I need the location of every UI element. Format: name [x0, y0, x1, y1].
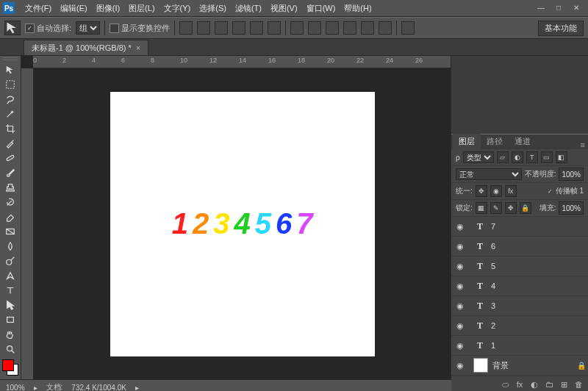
- document-canvas[interactable]: 1234567: [110, 92, 375, 356]
- align-icon[interactable]: [232, 21, 245, 35]
- hand-tool[interactable]: [2, 327, 18, 341]
- menu-filter[interactable]: 滤镜(T): [231, 1, 266, 15]
- canvas-text-1[interactable]: 1: [172, 207, 188, 240]
- horizontal-ruler[interactable]: 02468101214161820222426: [33, 56, 451, 68]
- zoom-level[interactable]: 100%: [6, 384, 25, 392]
- panel-tab-channels[interactable]: 通道: [509, 134, 537, 149]
- window-minimize-button[interactable]: —: [534, 3, 548, 13]
- layer-lock-icon[interactable]: 🔒: [575, 362, 588, 370]
- layer-name[interactable]: 背景: [492, 360, 575, 371]
- unify-visibility-icon[interactable]: ◉: [490, 185, 502, 197]
- menu-image[interactable]: 图像(I): [92, 1, 124, 15]
- canvas-text-4[interactable]: 4: [234, 207, 250, 240]
- lock-position-icon[interactable]: ✥: [505, 202, 517, 214]
- status-arrow-icon[interactable]: ▸: [34, 384, 37, 392]
- panel-tab-layers[interactable]: 图层: [453, 134, 481, 149]
- layer-name[interactable]: 1: [491, 341, 575, 350]
- path-selection-tool[interactable]: [2, 298, 18, 312]
- distribute-icon[interactable]: [343, 21, 356, 35]
- filter-pixel-icon[interactable]: ▱: [497, 151, 509, 163]
- clone-stamp-tool[interactable]: [2, 180, 18, 194]
- layer-name[interactable]: 6: [491, 242, 575, 251]
- canvas-text-6[interactable]: 6: [276, 207, 292, 240]
- workspace-button[interactable]: 基本功能: [538, 21, 584, 36]
- opacity-field[interactable]: 100%: [559, 168, 584, 181]
- new-layer-icon[interactable]: ⊞: [559, 379, 569, 390]
- layer-fx-icon[interactable]: fx: [514, 379, 525, 390]
- vertical-ruler[interactable]: [21, 68, 34, 379]
- canvas-text-7[interactable]: 7: [296, 207, 312, 240]
- lock-transparency-icon[interactable]: ▦: [476, 202, 487, 214]
- new-group-icon[interactable]: 🗀: [544, 379, 554, 390]
- visibility-toggle-icon[interactable]: ◉: [451, 341, 469, 351]
- tab-close-icon[interactable]: ×: [136, 44, 140, 52]
- color-swatches[interactable]: [2, 359, 18, 376]
- blend-mode-dropdown[interactable]: 正常: [456, 168, 522, 180]
- lock-all-icon[interactable]: 🔒: [520, 202, 531, 214]
- filter-type-icon[interactable]: T: [526, 151, 538, 163]
- propagate-checkbox[interactable]: ✓: [548, 188, 553, 195]
- filter-shape-icon[interactable]: ▭: [541, 151, 553, 163]
- shape-tool[interactable]: [2, 312, 18, 326]
- canvas-text-5[interactable]: 5: [255, 207, 271, 240]
- visibility-toggle-icon[interactable]: ◉: [451, 222, 469, 232]
- layer-filter-kind-dropdown[interactable]: 类型: [463, 151, 494, 163]
- layer-name[interactable]: 5: [491, 262, 575, 270]
- marquee-tool[interactable]: [2, 77, 18, 91]
- window-maximize-button[interactable]: □: [551, 3, 566, 13]
- canvas-text-3[interactable]: 3: [213, 207, 229, 240]
- visibility-toggle-icon[interactable]: ◉: [451, 262, 469, 271]
- doc-info-value[interactable]: 732.4 K/1004.0K: [71, 384, 126, 392]
- menu-select[interactable]: 选择(S): [195, 1, 231, 15]
- filter-adjust-icon[interactable]: ◐: [512, 151, 523, 163]
- layer-row[interactable]: ◉背景🔒: [451, 356, 588, 376]
- align-icon[interactable]: [179, 21, 193, 35]
- canvas-text-2[interactable]: 2: [193, 207, 209, 240]
- pen-tool[interactable]: [2, 268, 18, 282]
- fill-field[interactable]: 100%: [559, 201, 584, 215]
- crop-tool[interactable]: [2, 121, 18, 135]
- lasso-tool[interactable]: [2, 92, 18, 106]
- menu-view[interactable]: 视图(V): [266, 1, 302, 15]
- show-transform-checkbox[interactable]: 显示变换控件: [110, 23, 170, 34]
- visibility-toggle-icon[interactable]: ◉: [451, 281, 469, 291]
- foreground-color-swatch[interactable]: [2, 359, 14, 371]
- move-tool[interactable]: [2, 62, 18, 76]
- layer-row[interactable]: ◉T1: [451, 336, 588, 356]
- healing-brush-tool[interactable]: [2, 151, 18, 165]
- gradient-tool[interactable]: [2, 224, 18, 238]
- canvas-viewport[interactable]: 1234567: [34, 68, 451, 379]
- current-tool-indicator[interactable]: [4, 21, 21, 35]
- menu-layer[interactable]: 图层(L): [124, 1, 159, 15]
- distribute-icon[interactable]: [361, 21, 374, 35]
- menu-file[interactable]: 文件(F): [21, 1, 56, 15]
- zoom-tool[interactable]: [2, 342, 18, 356]
- layer-row[interactable]: ◉T4: [451, 276, 588, 296]
- layer-name[interactable]: 4: [491, 281, 575, 290]
- filter-smart-icon[interactable]: ◧: [556, 151, 567, 163]
- align-icon[interactable]: [215, 21, 228, 35]
- layer-list[interactable]: ◉T7◉T6◉T5◉T4◉T3◉T2◉T1◉背景🔒: [451, 217, 588, 376]
- menu-window[interactable]: 窗口(W): [302, 1, 340, 15]
- magic-wand-tool[interactable]: [2, 107, 18, 121]
- visibility-toggle-icon[interactable]: ◉: [451, 321, 469, 331]
- panel-grip[interactable]: [3, 57, 18, 62]
- distribute-icon[interactable]: [308, 21, 321, 35]
- align-icon[interactable]: [268, 21, 281, 35]
- menu-edit[interactable]: 编辑(E): [56, 1, 92, 15]
- brush-tool[interactable]: [2, 165, 18, 179]
- menu-type[interactable]: 文字(Y): [159, 1, 196, 15]
- blur-tool[interactable]: [2, 239, 18, 253]
- align-icon[interactable]: [250, 21, 263, 35]
- type-tool[interactable]: [2, 283, 18, 297]
- visibility-toggle-icon[interactable]: ◉: [451, 361, 469, 370]
- panel-tab-paths[interactable]: 路径: [481, 134, 509, 149]
- distribute-icon[interactable]: [379, 21, 392, 35]
- unify-position-icon[interactable]: ✥: [476, 185, 487, 197]
- layer-name[interactable]: 2: [491, 321, 575, 330]
- layer-row[interactable]: ◉T5: [451, 257, 588, 276]
- arrange-icon[interactable]: [401, 21, 415, 35]
- visibility-toggle-icon[interactable]: ◉: [451, 242, 469, 251]
- window-close-button[interactable]: ✕: [569, 3, 584, 13]
- delete-layer-icon[interactable]: 🗑: [573, 379, 584, 390]
